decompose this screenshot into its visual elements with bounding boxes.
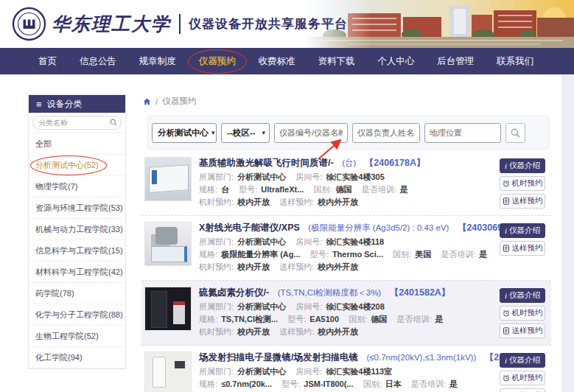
sample-booking-label: 送样预约 bbox=[512, 196, 543, 206]
field-label: 国别: bbox=[363, 379, 382, 388]
sidebar-category-item[interactable]: 信息科学与工程学院(15) bbox=[29, 240, 125, 262]
category-search-input[interactable] bbox=[32, 116, 122, 130]
equipment-photo-shape bbox=[151, 291, 167, 328]
equipment-title[interactable]: 基质辅助激光解吸飞行时间质谱/- bbox=[199, 158, 334, 168]
sidebar-category-label: 全部 bbox=[35, 139, 52, 148]
category-select-value: 分析测试中心 bbox=[158, 127, 209, 139]
machine-time-booking-button[interactable]: 机时预约 bbox=[500, 306, 545, 321]
field-label: 是否培训: bbox=[411, 379, 446, 388]
sidebar-category-label: 生物工程学院(52) bbox=[35, 332, 99, 340]
equipment-search-input[interactable] bbox=[274, 123, 348, 143]
equipment-photo[interactable] bbox=[144, 222, 192, 266]
equipment-photo[interactable] bbox=[144, 157, 192, 201]
sidebar-category-item[interactable]: 全部 bbox=[29, 133, 125, 155]
nav-item[interactable]: 仪器预约 bbox=[199, 55, 236, 68]
sample-booking-button[interactable]: 送样预约 bbox=[500, 388, 545, 392]
equipment-dept-line: 所属部门: 分析测试中心 房间号: 徐汇实验4楼113室 bbox=[199, 365, 500, 378]
field-value: 徐汇实验4楼118 bbox=[326, 237, 384, 246]
location-search-input[interactable] bbox=[424, 123, 501, 143]
equipment-spec-note: (极限能量分辨率 (Ag3d5/2) : 0.43 eV) bbox=[308, 223, 449, 232]
document-icon bbox=[503, 327, 510, 335]
instrument-intro-button[interactable]: i 仪器介绍 bbox=[500, 223, 545, 238]
sidebar-category-item[interactable]: 化工学院(94) bbox=[29, 347, 125, 368]
field-value: 分析测试中心 bbox=[237, 172, 286, 181]
nav-item-label: 个人中心 bbox=[377, 56, 414, 66]
sidebar-category-item[interactable]: 资源与环境工程学院(53) bbox=[29, 197, 125, 219]
sidebar-category-item[interactable]: 材料科学与工程学院(42) bbox=[29, 262, 125, 283]
field-label: 国别: bbox=[349, 315, 367, 323]
field-label: 房间号: bbox=[295, 237, 322, 246]
equipment-code: 【2403069A】 bbox=[458, 223, 500, 233]
instrument-intro-button[interactable]: i 仪器介绍 bbox=[500, 158, 545, 173]
home-icon[interactable] bbox=[143, 98, 151, 105]
equipment-photo[interactable] bbox=[144, 287, 192, 331]
university-logo-icon bbox=[12, 7, 46, 41]
breadcrumb-current[interactable]: 仪器预约 bbox=[162, 96, 196, 107]
field-value: 徐汇实验4楼305 bbox=[326, 172, 384, 181]
nav-item[interactable]: 个人中心 bbox=[377, 55, 414, 68]
sidebar-category-item[interactable]: 药学院(78) bbox=[29, 283, 125, 304]
equipment-list: 基质辅助激光解吸飞行时间质谱/- (台) 【2406178A】 所属部门: 分析… bbox=[141, 151, 551, 392]
equipment-booking-line: 机时预约: 校内开放 送样预约: 校内外开放 bbox=[199, 261, 500, 273]
sidebar-category-item[interactable]: 生物工程学院(52) bbox=[29, 326, 125, 347]
machine-time-booking-button[interactable]: 机时预约 bbox=[500, 176, 545, 191]
sample-booking-button[interactable]: 送样预约 bbox=[500, 241, 545, 256]
category-select[interactable]: 分析测试中心 ▾ bbox=[152, 123, 217, 143]
field-label: 机时预约: bbox=[199, 197, 234, 206]
search-button[interactable] bbox=[505, 123, 525, 143]
equipment-photo-shape bbox=[173, 301, 185, 324]
field-value: 徐汇实验4楼208 bbox=[326, 302, 384, 311]
nav-item[interactable]: 联系我们 bbox=[497, 55, 533, 68]
nav-item[interactable]: 资料下载 bbox=[318, 55, 354, 68]
search-icon[interactable] bbox=[110, 119, 117, 126]
equipment-photo[interactable] bbox=[144, 351, 192, 392]
field-label: 所属部门: bbox=[199, 237, 234, 246]
nav-item[interactable]: 信息公告 bbox=[80, 55, 116, 68]
field-value: 德国 bbox=[336, 185, 352, 194]
nav-item[interactable]: 规章制度 bbox=[139, 55, 176, 68]
equipment-info: 场发射扫描电子显微镜/场发射扫描电镜 (≤0.7nm(20kV),≤1.3nm(… bbox=[199, 351, 500, 392]
manager-search-input[interactable] bbox=[352, 123, 420, 143]
instrument-intro-button[interactable]: i 仪器介绍 bbox=[500, 353, 545, 368]
campus-select[interactable]: --校区-- ▾ bbox=[221, 123, 270, 143]
field-value: 校内外开放 bbox=[318, 262, 358, 271]
equipment-item: 基质辅助激光解吸飞行时间质谱/- (台) 【2406178A】 所属部门: 分析… bbox=[141, 151, 551, 216]
instrument-intro-button[interactable]: i 仪器介绍 bbox=[500, 288, 545, 303]
machine-time-booking-button[interactable]: 机时预约 bbox=[500, 371, 545, 385]
field-label: 是否培训: bbox=[362, 185, 396, 194]
equipment-photo-shape bbox=[155, 227, 178, 245]
field-label: 送样预约: bbox=[279, 197, 314, 206]
field-value: UltrafleXt... bbox=[261, 185, 304, 194]
menu-icon: ≡ bbox=[36, 99, 42, 109]
equipment-spec-note: (TS,TN,Cl检测精度都＜3%) bbox=[278, 288, 382, 297]
sidebar-category-label: 物理学院(7) bbox=[35, 182, 77, 191]
chevron-down-icon: ▾ bbox=[211, 129, 215, 136]
sidebar-category-item[interactable]: 化学与分子工程学院(88) bbox=[29, 304, 125, 326]
nav-item[interactable]: 后台管理 bbox=[437, 55, 474, 68]
equipment-photo-shape bbox=[152, 170, 157, 184]
nav-item-label: 信息公告 bbox=[80, 56, 116, 66]
field-label: 规格: bbox=[199, 379, 217, 388]
nav-item[interactable]: 首页 bbox=[38, 55, 57, 68]
sample-booking-button[interactable]: 送样预约 bbox=[500, 194, 545, 209]
equipment-photo-shape bbox=[175, 361, 185, 368]
field-label: 国别: bbox=[313, 185, 332, 194]
sample-booking-button[interactable]: 送样预约 bbox=[500, 323, 545, 338]
sidebar-category-label: 信息科学与工程学院(15) bbox=[35, 246, 123, 255]
sidebar-category-item[interactable]: 分析测试中心(52) bbox=[29, 155, 125, 176]
equipment-title[interactable]: X射线光电子能谱仪/XPS bbox=[199, 223, 300, 233]
equipment-code: 【2401582A】 bbox=[390, 287, 451, 298]
equipment-title[interactable]: 场发射扫描电子显微镜/场发射扫描电镜 bbox=[199, 352, 358, 363]
field-label: 国别: bbox=[393, 250, 411, 259]
equipment-title[interactable]: 硫氮卤素分析仪/- bbox=[199, 287, 269, 298]
sample-booking-label: 送样预约 bbox=[512, 243, 543, 253]
field-value: 是 bbox=[435, 315, 443, 323]
sidebar-category-item[interactable]: 机械与动力工程学院(33) bbox=[29, 219, 125, 240]
field-value: 校内外开放 bbox=[318, 327, 358, 336]
equipment-photo-shape bbox=[151, 246, 187, 262]
scrollbar[interactable] bbox=[561, 74, 574, 392]
field-label: 机时预约: bbox=[199, 262, 234, 271]
sidebar-category-item[interactable]: 物理学院(7) bbox=[29, 176, 125, 197]
nav-item-label: 资料下载 bbox=[318, 56, 354, 66]
nav-item[interactable]: 收费标准 bbox=[259, 55, 295, 68]
